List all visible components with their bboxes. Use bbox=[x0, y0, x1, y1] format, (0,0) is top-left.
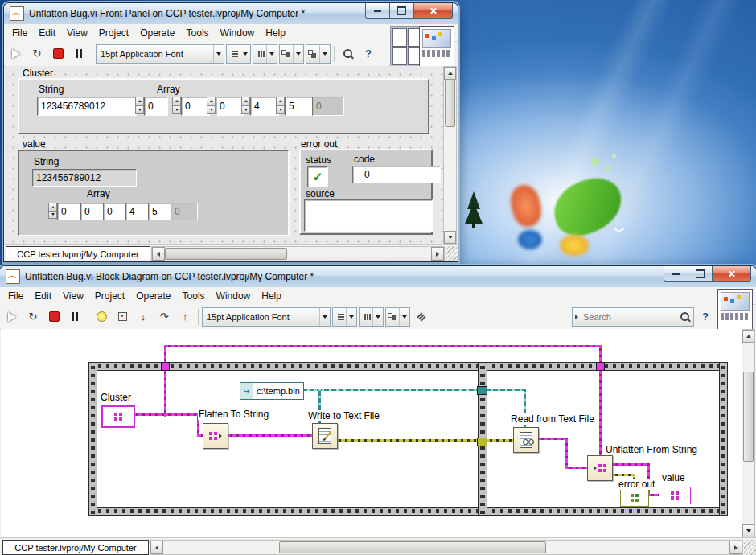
scroll-left-button[interactable] bbox=[152, 247, 165, 261]
menu-file[interactable]: File bbox=[2, 289, 29, 303]
scroll-right-button[interactable] bbox=[729, 541, 742, 554]
read-node-label[interactable]: Read from Text File bbox=[510, 413, 595, 425]
run-continuous-button[interactable]: ↻ bbox=[27, 44, 47, 64]
horizontal-scrollbar[interactable] bbox=[151, 246, 445, 261]
maximize-button[interactable] bbox=[688, 266, 713, 282]
unflatten-node-label[interactable]: Unflatten From String bbox=[605, 444, 698, 455]
scrollbar-thumb[interactable] bbox=[279, 541, 546, 553]
menu-edit[interactable]: Edit bbox=[29, 289, 57, 303]
abort-button[interactable] bbox=[48, 44, 68, 64]
decrement-icon[interactable] bbox=[135, 106, 144, 115]
block-diagram-canvas[interactable]: ↪ c:\temp.bin Cluster Flatten To String … bbox=[1, 329, 743, 538]
array-element[interactable]: 4 bbox=[250, 97, 279, 116]
project-context-tab[interactable]: CCP tester.lvproj/My Computer bbox=[6, 246, 150, 261]
cluster-control-terminal[interactable] bbox=[101, 405, 135, 428]
wire-read-text[interactable] bbox=[565, 438, 568, 469]
retain-wire-values-button[interactable] bbox=[113, 307, 132, 327]
reorder-dropdown[interactable] bbox=[306, 44, 331, 64]
vi-icon[interactable] bbox=[419, 26, 454, 69]
cluster-control[interactable]: String 123456789012 0 Array 0 0 4 5 0 bbox=[18, 78, 429, 134]
reorder-dropdown[interactable] bbox=[385, 307, 410, 327]
unflatten-from-string-node[interactable] bbox=[587, 455, 613, 481]
abort-button[interactable] bbox=[44, 307, 64, 327]
step-into-button[interactable]: ↓ bbox=[134, 307, 153, 327]
wire-cluster-type[interactable] bbox=[164, 345, 166, 417]
pause-button[interactable] bbox=[65, 307, 84, 327]
menu-operate[interactable]: Operate bbox=[130, 289, 176, 303]
search-input[interactable] bbox=[581, 311, 680, 323]
flatten-node-label[interactable]: Flatten To String bbox=[198, 409, 269, 420]
scrollbar-thumb[interactable] bbox=[165, 248, 287, 260]
scroll-left-button[interactable] bbox=[150, 541, 163, 554]
minimize-button[interactable] bbox=[365, 3, 390, 18]
minimize-button[interactable] bbox=[664, 266, 688, 282]
element-spinner[interactable] bbox=[207, 97, 216, 114]
array-element[interactable]: 5 bbox=[285, 97, 314, 116]
menu-project[interactable]: Project bbox=[93, 26, 134, 40]
scroll-up-button[interactable] bbox=[742, 330, 754, 343]
wire-error[interactable] bbox=[335, 439, 478, 442]
search-box[interactable] bbox=[572, 307, 694, 327]
wire-error-out[interactable] bbox=[611, 474, 635, 476]
vi-icon[interactable] bbox=[717, 289, 753, 332]
element-spinner[interactable] bbox=[241, 97, 250, 114]
maximize-button[interactable] bbox=[389, 3, 414, 18]
front-panel-canvas[interactable]: Cluster String 123456789012 0 Array 0 0 … bbox=[5, 66, 445, 245]
increment-icon[interactable] bbox=[135, 97, 144, 106]
menu-window[interactable]: Window bbox=[215, 26, 261, 40]
wire-value[interactable] bbox=[611, 463, 649, 466]
context-help-button[interactable]: ? bbox=[696, 307, 715, 327]
menu-view[interactable]: View bbox=[61, 26, 93, 40]
vertical-scrollbar[interactable] bbox=[742, 329, 755, 538]
highlight-execution-button[interactable] bbox=[92, 307, 111, 327]
error-out-node-label[interactable]: error out bbox=[618, 479, 655, 490]
close-button[interactable] bbox=[712, 266, 751, 282]
scroll-down-button[interactable] bbox=[444, 231, 456, 244]
string-control[interactable]: 123456789012 bbox=[37, 97, 137, 116]
menu-tools[interactable]: Tools bbox=[177, 289, 211, 303]
array-index[interactable]: 0 bbox=[144, 97, 168, 116]
horizontal-scrollbar[interactable] bbox=[150, 540, 743, 555]
scroll-down-button[interactable] bbox=[742, 524, 754, 537]
resize-objects-dropdown[interactable] bbox=[279, 44, 304, 64]
scroll-up-button[interactable] bbox=[444, 67, 456, 80]
vertical-scrollbar[interactable] bbox=[443, 66, 457, 245]
error-out-terminal[interactable] bbox=[620, 489, 649, 507]
menu-tools[interactable]: Tools bbox=[181, 26, 215, 40]
resize-grip[interactable] bbox=[446, 246, 458, 261]
step-over-button[interactable]: ↷ bbox=[154, 307, 174, 327]
run-button[interactable] bbox=[2, 307, 22, 327]
menu-edit[interactable]: Edit bbox=[33, 26, 61, 40]
wire-cluster-type[interactable] bbox=[164, 345, 602, 347]
array-index-spinner[interactable] bbox=[48, 203, 57, 219]
project-context-tab[interactable]: CCP tester.lvproj/My Computer bbox=[2, 540, 149, 555]
path-constant[interactable]: ↪ c:\temp.bin bbox=[240, 382, 304, 400]
distribute-objects-dropdown[interactable] bbox=[253, 44, 277, 64]
scroll-right-button[interactable] bbox=[431, 247, 444, 261]
value-node-label[interactable]: value bbox=[661, 472, 686, 483]
run-button[interactable] bbox=[6, 44, 26, 64]
write-to-text-file-node[interactable] bbox=[312, 423, 338, 449]
close-button[interactable] bbox=[413, 3, 453, 18]
array-element[interactable]: 0 bbox=[216, 97, 244, 116]
wire-read-text[interactable] bbox=[537, 438, 567, 440]
scrollbar-thumb[interactable] bbox=[743, 372, 754, 462]
write-node-label[interactable]: Write to Text File bbox=[307, 410, 380, 421]
context-help-button[interactable]: ? bbox=[359, 44, 378, 64]
menu-view[interactable]: View bbox=[57, 289, 89, 303]
tunnel-path[interactable] bbox=[477, 386, 487, 395]
array-index-spinner[interactable] bbox=[135, 97, 144, 114]
menu-file[interactable]: File bbox=[6, 26, 33, 40]
wire-file-path[interactable] bbox=[302, 388, 478, 391]
align-objects-dropdown[interactable] bbox=[332, 307, 357, 327]
pause-button[interactable] bbox=[69, 44, 88, 64]
wire-flattened-string[interactable] bbox=[226, 434, 312, 437]
wire-file-path[interactable] bbox=[486, 388, 526, 391]
flatten-to-string-node[interactable] bbox=[203, 423, 228, 449]
align-objects-dropdown[interactable] bbox=[226, 44, 251, 64]
step-out-button[interactable]: ↑ bbox=[175, 307, 195, 327]
menu-project[interactable]: Project bbox=[89, 289, 130, 303]
block-diagram-titlebar[interactable]: Unflatten Bug.vi Block Diagram on CCP te… bbox=[0, 266, 756, 288]
scrollbar-thumb[interactable] bbox=[445, 79, 455, 127]
wire-cluster[interactable] bbox=[132, 413, 199, 416]
